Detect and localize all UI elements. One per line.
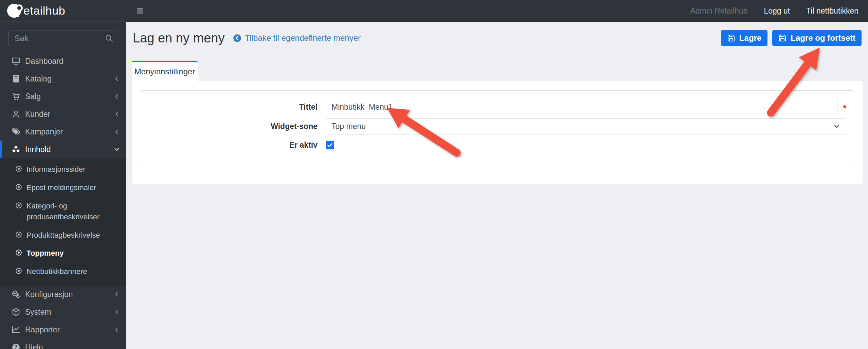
chevron-left-icon <box>113 291 120 298</box>
dot-circle-icon <box>15 183 22 191</box>
sidebar-item-hjelp[interactable]: ? Hjelp <box>0 338 126 349</box>
dot-circle-icon <box>15 267 22 275</box>
tittel-label: Tittel <box>140 103 318 112</box>
menu-settings-card: Tittel * Widget-sone Top menu <box>132 81 863 184</box>
save-icon <box>778 34 786 42</box>
sidebar-item-epost-meldingsmaler[interactable]: Epost meldingsmaler <box>0 179 126 197</box>
chevron-down-icon <box>833 123 840 130</box>
sidebar-item-salg[interactable]: Salg <box>0 88 126 105</box>
sidebar-item-katalog[interactable]: Katalog <box>0 70 126 88</box>
sidebar-subitem-label: Kategori- og produsentbeskrivelser <box>26 201 106 222</box>
cube-icon <box>10 308 22 316</box>
dashboard-icon <box>10 57 22 66</box>
sidebar-subitem-label: Informasjonssider <box>26 164 86 175</box>
cart-icon <box>10 92 22 101</box>
sidebar-item-kunder[interactable]: Kunder <box>0 105 126 123</box>
sidebar-item-label: Rapporter <box>25 325 113 334</box>
sidebar-item-label: Konfigurasjon <box>25 290 113 299</box>
sidebar-item-label: Dashboard <box>25 57 120 66</box>
sidebar-item-informasjonssider[interactable]: Informasjonssider <box>0 160 126 179</box>
to-store-link[interactable]: Til nettbutikken <box>806 6 858 16</box>
cubes-icon <box>10 145 22 154</box>
chevron-down-icon <box>113 146 120 153</box>
sidebar-item-label: Salg <box>25 92 113 101</box>
widget-sone-select[interactable]: Top menu <box>326 118 846 134</box>
sidebar-subitem-label: Produkttagbeskrivelse <box>26 230 100 241</box>
tab-menyinnstillinger[interactable]: Menyinnstillinger <box>132 61 198 81</box>
save-button-label: Lagre <box>739 33 761 43</box>
sidebar-item-produkttagbeskrivelse[interactable]: Produkttagbeskrivelse <box>0 226 126 244</box>
sidebar-item-label: Hjelp <box>25 343 120 349</box>
gears-icon <box>10 290 22 299</box>
chevron-left-icon <box>113 309 120 315</box>
widget-sone-selected-value: Top menu <box>331 122 366 131</box>
sidebar-item-kampanjer[interactable]: Kampanjer <box>0 123 126 141</box>
er-aktiv-label: Er aktiv <box>140 141 318 150</box>
back-link-label: Tilbake til egendefinerte menyer <box>245 33 361 43</box>
book-icon <box>10 74 22 83</box>
chevron-left-icon <box>113 93 120 100</box>
save-continue-button-label: Lagre og fortsett <box>791 33 855 43</box>
back-circle-icon <box>233 34 242 43</box>
sidebar-subitem-label: Toppmeny <box>26 248 64 259</box>
brand-logo-text: etailhub <box>23 4 65 17</box>
chevron-left-icon <box>113 111 120 117</box>
sidebar-item-nettbutikkbannere[interactable]: Nettbutikkbannere <box>0 262 126 281</box>
topbar: Admin Retailhub Logg ut Til nettbutikken <box>126 0 868 22</box>
menu-toggle-icon[interactable] <box>136 7 144 15</box>
sidebar-item-label: Kampanjer <box>25 127 113 136</box>
chevron-left-icon <box>113 75 120 82</box>
sidebar: etailhub Dashboard <box>0 0 126 349</box>
tags-icon <box>10 127 22 136</box>
innhold-submenu: Informasjonssider Epost meldingsmaler Ka… <box>0 158 126 286</box>
brand-logo-icon <box>7 4 30 18</box>
sidebar-item-label: System <box>25 308 113 317</box>
dot-circle-icon <box>15 231 22 238</box>
tittel-input[interactable] <box>326 99 837 115</box>
sidebar-item-dashboard[interactable]: Dashboard <box>0 52 126 70</box>
sidebar-item-label: Katalog <box>25 74 113 84</box>
sidebar-item-kategori-produsentbeskrivelser[interactable]: Kategori- og produsentbeskrivelser <box>0 197 126 226</box>
required-marker: * <box>843 103 847 114</box>
sidebar-subitem-label: Epost meldingsmaler <box>26 182 96 193</box>
save-icon <box>727 34 735 42</box>
tab-label: Menyinnstillinger <box>134 67 195 76</box>
sidebar-item-innhold[interactable]: Innhold <box>0 141 126 158</box>
er-aktiv-checkbox[interactable] <box>326 141 334 149</box>
chevron-left-icon <box>113 128 120 135</box>
sidebar-item-toppmeny[interactable]: Toppmeny <box>0 244 126 262</box>
checkmark-icon <box>327 142 333 148</box>
menu-settings-panel: Tittel * Widget-sone Top menu <box>140 90 854 163</box>
dot-circle-icon <box>15 165 22 172</box>
back-link[interactable]: Tilbake til egendefinerte menyer <box>233 33 361 43</box>
search-icon <box>105 34 113 43</box>
widget-sone-label: Widget-sone <box>140 122 318 131</box>
sidebar-item-rapporter[interactable]: Rapporter <box>0 321 126 338</box>
sidebar-nav: Dashboard Katalog Salg <box>0 52 126 349</box>
sidebar-item-label: Innhold <box>25 145 113 154</box>
sidebar-item-system[interactable]: System <box>0 303 126 321</box>
sidebar-item-konfigurasjon[interactable]: Konfigurasjon <box>0 286 126 303</box>
logout-link[interactable]: Logg ut <box>764 6 790 16</box>
sidebar-item-label: Kunder <box>25 110 113 119</box>
chevron-left-icon <box>113 326 120 333</box>
main-content: Lag en ny meny Tilbake til egendefinerte… <box>126 22 868 349</box>
sidebar-subitem-label: Nettbutikkbannere <box>26 266 87 277</box>
brand-logo[interactable]: etailhub <box>0 0 126 22</box>
dot-circle-icon <box>15 202 22 209</box>
search-input[interactable] <box>8 31 118 46</box>
save-button[interactable]: Lagre <box>721 30 767 46</box>
svg-text:?: ? <box>14 345 18 349</box>
chart-line-icon <box>10 325 22 334</box>
admin-account-label: Admin Retailhub <box>690 6 748 16</box>
save-and-continue-button[interactable]: Lagre og fortsett <box>772 30 862 46</box>
page-title: Lag en ny meny <box>133 31 224 45</box>
dot-circle-icon <box>15 249 22 256</box>
question-circle-icon: ? <box>10 343 22 349</box>
user-icon <box>10 110 22 118</box>
